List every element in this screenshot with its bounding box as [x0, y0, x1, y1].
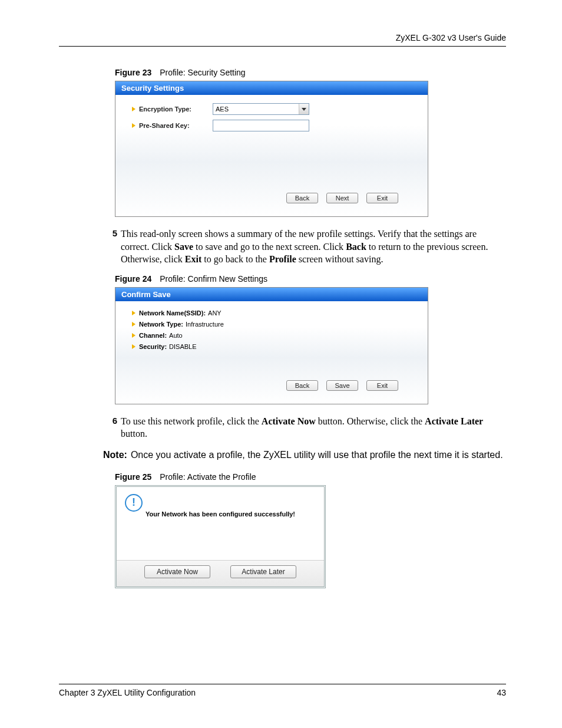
step-6-paragraph: 6 To use this network profile, click the…	[103, 415, 506, 440]
encryption-type-label: Encryption Type:	[139, 106, 213, 113]
running-header: ZyXEL G-302 v3 User's Guide	[59, 33, 506, 42]
preshared-key-input[interactable]	[213, 120, 309, 131]
figure-25-caption: Figure 25 Profile: Activate the Profile	[115, 472, 506, 482]
step-5-paragraph: 5 This read-only screen shows a summary …	[103, 228, 506, 266]
bullet-icon	[132, 107, 135, 111]
bullet-icon	[132, 333, 135, 338]
footer-page-number: 43	[497, 688, 506, 697]
network-type-value: Infrastructure	[186, 321, 224, 328]
encryption-type-dropdown[interactable]: AES	[213, 103, 309, 115]
back-button[interactable]: Back	[286, 193, 318, 203]
security-value: DISABLE	[169, 343, 196, 350]
security-settings-dialog: Security Settings Encryption Type: AES P…	[115, 81, 428, 217]
confirm-save-dialog: Confirm Save Network Name(SSID):ANY Netw…	[115, 287, 428, 404]
bullet-icon	[132, 123, 135, 128]
note-paragraph: Note: Once you activate a profile, the Z…	[103, 449, 506, 462]
dropdown-button[interactable]	[299, 104, 309, 114]
exit-button[interactable]: Exit	[366, 193, 398, 203]
step-6-number: 6	[103, 415, 117, 440]
activate-now-button[interactable]: Activate Now	[144, 565, 210, 578]
activate-later-button[interactable]: Activate Later	[230, 565, 296, 578]
next-button[interactable]: Next	[326, 193, 358, 203]
bullet-icon	[132, 344, 135, 349]
confirm-save-title: Confirm Save	[115, 288, 428, 301]
security-settings-title: Security Settings	[115, 81, 428, 95]
activate-message: Your Network has been configured success…	[125, 510, 316, 518]
ssid-value: ANY	[208, 309, 222, 317]
bullet-icon	[132, 322, 135, 327]
chevron-down-icon	[302, 108, 306, 111]
network-type-label: Network Type:	[139, 321, 183, 328]
security-label: Security:	[139, 343, 167, 350]
figure-23-text: Profile: Security Setting	[160, 68, 246, 77]
channel-label: Channel:	[139, 332, 167, 339]
header-rule	[59, 46, 506, 47]
figure-24-caption: Figure 24 Profile: Confirm New Settings	[115, 274, 506, 284]
preshared-key-label: Pre-Shared Key:	[139, 122, 213, 129]
exit-button[interactable]: Exit	[366, 380, 398, 391]
figure-24-text: Profile: Confirm New Settings	[160, 274, 267, 284]
figure-23-caption: Figure 23 Profile: Security Setting	[115, 68, 506, 77]
info-icon: !	[125, 494, 143, 512]
note-label: Note:	[103, 449, 127, 462]
back-button[interactable]: Back	[286, 380, 318, 391]
channel-value: Auto	[169, 332, 183, 339]
page-footer: Chapter 3 ZyXEL Utility Configuration 43	[59, 684, 506, 697]
save-button[interactable]: Save	[326, 380, 358, 391]
footer-chapter: Chapter 3 ZyXEL Utility Configuration	[59, 688, 196, 697]
encryption-type-value: AES	[213, 104, 299, 114]
activate-profile-dialog: ! Your Network has been configured succe…	[115, 485, 326, 588]
note-text: Once you activate a profile, the ZyXEL u…	[131, 449, 506, 462]
ssid-label: Network Name(SSID):	[139, 309, 206, 317]
figure-24-label: Figure 24	[115, 274, 151, 284]
figure-25-text: Profile: Activate the Profile	[160, 472, 256, 482]
bullet-icon	[132, 311, 135, 315]
figure-23-label: Figure 23	[115, 68, 151, 77]
step-5-number: 5	[103, 228, 117, 266]
figure-25-label: Figure 25	[115, 472, 151, 482]
